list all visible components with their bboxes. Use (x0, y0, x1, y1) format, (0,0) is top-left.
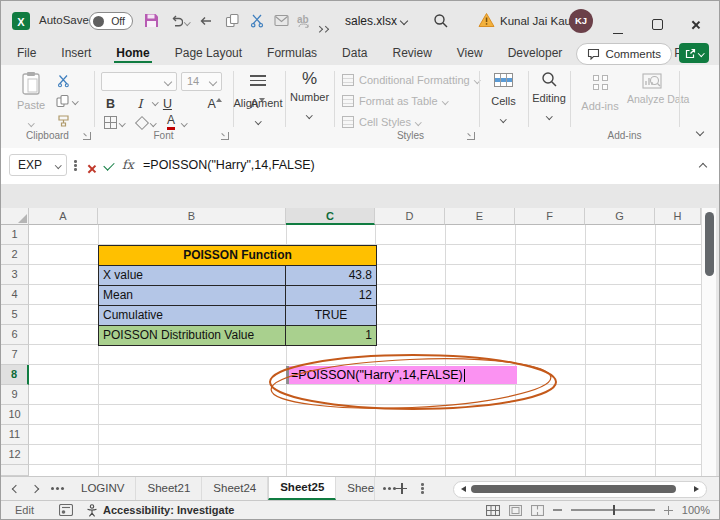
macro-record-icon[interactable] (59, 504, 73, 516)
cell-c4[interactable]: 12 (286, 286, 376, 305)
italic-button[interactable]: I (137, 96, 142, 111)
column-header-d[interactable]: D (375, 208, 445, 225)
formula-bar-handle-icon[interactable] (74, 160, 77, 163)
tab-file[interactable]: File (15, 43, 38, 64)
analyze-data-button[interactable]: Analyze Data (627, 73, 677, 105)
fill-color-icon[interactable] (135, 116, 149, 130)
undo-dropdown-icon[interactable] (184, 19, 190, 25)
borders-icon[interactable] (104, 116, 117, 129)
clipboard-dialog-launcher-icon[interactable] (83, 132, 91, 140)
addins-button[interactable]: Add-ins (577, 75, 623, 112)
increase-font-button[interactable]: A (207, 97, 221, 111)
row-header-7[interactable]: 7 (1, 345, 29, 365)
user-avatar[interactable]: KJ (569, 9, 593, 33)
copy-icon[interactable] (225, 13, 240, 28)
warning-icon[interactable] (478, 12, 495, 28)
row-header-5[interactable]: 5 (1, 305, 29, 325)
row-header-9[interactable]: 9 (1, 385, 29, 405)
new-sheet-icon[interactable] (396, 483, 407, 494)
sheet-tab-truncated[interactable]: Shee (336, 477, 375, 500)
zoom-slider-thumb[interactable] (613, 505, 616, 515)
sheet-menu-dots-icon[interactable] (421, 483, 424, 486)
cut-icon[interactable] (250, 13, 264, 28)
column-header-c[interactable]: C (286, 208, 375, 225)
tab-developer[interactable]: Developer (506, 43, 565, 64)
file-name-dropdown-icon[interactable] (400, 17, 408, 25)
fill-dropdown-icon[interactable] (150, 120, 156, 126)
enter-icon[interactable] (103, 159, 114, 170)
alignment-group-button[interactable]: Alignment (233, 73, 283, 127)
vertical-scrollbar-thumb[interactable] (705, 212, 714, 276)
cells-group-button[interactable]: Cells (479, 73, 528, 125)
select-all-corner[interactable] (1, 208, 29, 225)
tab-data[interactable]: Data (340, 43, 369, 64)
horizontal-scrollbar-thumb[interactable] (471, 485, 676, 493)
comments-button[interactable]: Comments (576, 43, 672, 65)
row-header-6[interactable]: 6 (1, 325, 29, 345)
scroll-left-icon[interactable] (461, 486, 466, 492)
conditional-formatting-button[interactable]: Conditional Formatting (342, 74, 479, 86)
column-header-f[interactable]: F (515, 208, 585, 225)
cell-styles-button[interactable]: Cell Styles (342, 116, 420, 128)
email-icon[interactable] (274, 14, 289, 27)
close-button[interactable] (690, 20, 700, 30)
autosave-toggle[interactable]: Off (89, 12, 133, 30)
row-header-10[interactable]: 10 (1, 405, 29, 425)
expand-formula-bar-icon[interactable] (699, 163, 707, 171)
font-color-dropdown-icon[interactable] (181, 120, 187, 126)
tab-page-layout[interactable]: Page Layout (173, 43, 244, 64)
cell-b3[interactable]: X value (99, 266, 286, 285)
save-icon[interactable] (143, 12, 160, 29)
row-header-4[interactable]: 4 (1, 285, 29, 305)
format-as-table-button[interactable]: Format as Table (342, 95, 447, 107)
scroll-right-icon[interactable] (694, 486, 699, 492)
share-button[interactable] (679, 43, 709, 63)
name-box[interactable]: EXP (9, 154, 67, 176)
copy-small-icon[interactable] (56, 94, 70, 108)
cell-c3[interactable]: 43.8 (286, 266, 376, 285)
vertical-scrollbar[interactable] (701, 208, 716, 476)
horizontal-scrollbar[interactable] (453, 481, 707, 498)
formula-input[interactable]: =POISSON("Harry",14,FALSE) (143, 154, 315, 176)
sheet-tab-sheet24[interactable]: Sheet24 (202, 477, 268, 500)
font-color-icon[interactable]: A (167, 114, 175, 130)
bold-button[interactable]: B (106, 97, 115, 111)
page-layout-view-icon[interactable] (509, 505, 522, 516)
minimize-button[interactable] (613, 20, 623, 38)
accessibility-status[interactable]: Accessibility: Investigate (86, 504, 234, 517)
underline-button[interactable]: U (163, 97, 172, 111)
number-group-button[interactable]: % Number (285, 69, 334, 121)
column-header-h[interactable]: H (655, 208, 701, 225)
maximize-button[interactable] (652, 16, 663, 34)
font-dialog-launcher-icon[interactable] (221, 132, 229, 140)
file-name[interactable]: sales.xlsx (345, 14, 397, 28)
undo-icon[interactable] (169, 14, 183, 28)
cell-c5[interactable]: TRUE (286, 306, 376, 325)
copy-dropdown-icon[interactable] (72, 98, 78, 104)
collapse-ribbon-icon[interactable] (696, 128, 704, 136)
underline-dropdown-icon[interactable] (152, 99, 158, 105)
column-header-b[interactable]: B (98, 208, 286, 225)
tab-view[interactable]: View (455, 43, 485, 64)
cell-b5[interactable]: Cumulative (99, 306, 286, 325)
prev-sheet-icon[interactable] (12, 484, 20, 492)
normal-view-icon[interactable] (486, 505, 500, 516)
editing-group-button[interactable]: Editing (528, 71, 570, 122)
cells-canvas[interactable]: POISSON Function X value 43.8 Mean 12 Cu… (29, 225, 701, 476)
styles-dialog-launcher-icon[interactable] (467, 132, 475, 140)
column-header-a[interactable]: A (29, 208, 98, 225)
back-arrow-icon[interactable] (199, 14, 213, 28)
zoom-slider[interactable] (571, 509, 655, 511)
cut-small-icon[interactable] (57, 74, 70, 88)
next-sheet-icon[interactable] (31, 484, 39, 492)
cell-b4[interactable]: Mean (99, 286, 286, 305)
more-sheets-dots-icon[interactable] (383, 487, 386, 490)
zoom-out-icon[interactable] (553, 509, 562, 510)
row-header-partial[interactable] (1, 465, 29, 476)
cell-c6[interactable]: 1 (286, 326, 376, 345)
row-header-11[interactable]: 11 (1, 425, 29, 445)
borders-dropdown-icon[interactable] (119, 120, 125, 126)
quick-access-overflow-icon[interactable] (317, 17, 327, 35)
column-header-g[interactable]: G (585, 208, 655, 225)
font-name-select[interactable] (101, 72, 177, 91)
